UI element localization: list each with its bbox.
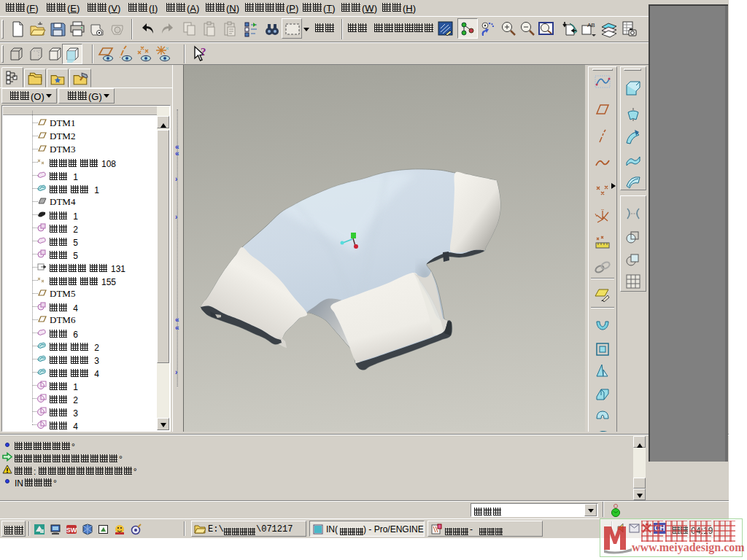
svg-text:?: ? bbox=[201, 46, 206, 58]
svg-text:AB: AB bbox=[587, 22, 595, 28]
svg-text:SW: SW bbox=[66, 526, 77, 534]
